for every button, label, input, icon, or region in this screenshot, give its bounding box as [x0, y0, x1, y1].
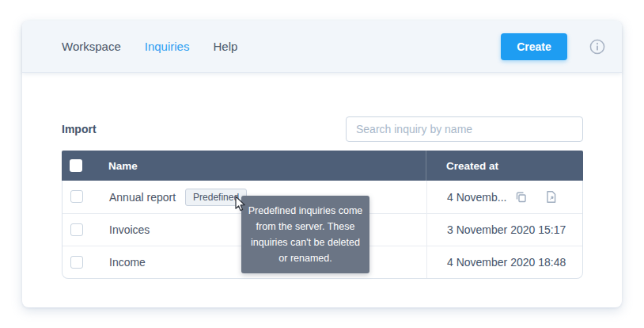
- select-all-checkbox[interactable]: [70, 159, 82, 172]
- created-at-cell: 3 November 2020 15:17: [426, 214, 583, 246]
- column-header-name[interactable]: Name: [108, 160, 138, 172]
- file-export-icon[interactable]: [544, 189, 559, 204]
- inquiry-name: Annual report: [109, 191, 176, 204]
- info-icon[interactable]: [589, 39, 605, 55]
- created-at-value: 4 Novemb...: [447, 191, 506, 204]
- created-at-value: 3 November 2020 15:17: [447, 223, 566, 236]
- nav-item-inquiries[interactable]: Inquiries: [145, 40, 190, 53]
- page: Workspace Inquiries Help Create Import N…: [0, 0, 644, 328]
- predefined-tooltip: Predefined inquiries come from the serve…: [241, 196, 369, 273]
- import-section-label: Import: [62, 123, 97, 135]
- copy-icon[interactable]: [513, 189, 528, 204]
- created-at-value: 4 November 2020 18:48: [447, 256, 566, 269]
- row-checkbox[interactable]: [70, 223, 83, 236]
- name-cell: Income: [109, 256, 146, 269]
- created-at-cell: 4 Novemb...: [426, 181, 583, 213]
- nav-item-workspace[interactable]: Workspace: [62, 40, 121, 53]
- create-button[interactable]: Create: [501, 33, 567, 60]
- nav-menu: Workspace Inquiries Help: [22, 40, 237, 53]
- predefined-badge[interactable]: Predefined: [185, 189, 247, 206]
- inquiry-name: Invoices: [109, 223, 150, 236]
- column-header-created-at[interactable]: Created at: [426, 151, 583, 181]
- created-at-cell: 4 November 2020 18:48: [426, 246, 583, 278]
- name-cell: Invoices: [109, 223, 150, 236]
- row-checkbox[interactable]: [70, 256, 83, 269]
- inquiry-name: Income: [109, 256, 146, 269]
- name-cell: Annual report Predefined: [109, 189, 247, 206]
- row-checkbox[interactable]: [70, 190, 83, 203]
- top-navbar: Workspace Inquiries Help Create: [22, 21, 622, 73]
- search-input[interactable]: [346, 116, 583, 142]
- table-header-row: Name Created at: [62, 151, 583, 181]
- nav-item-help[interactable]: Help: [213, 40, 237, 53]
